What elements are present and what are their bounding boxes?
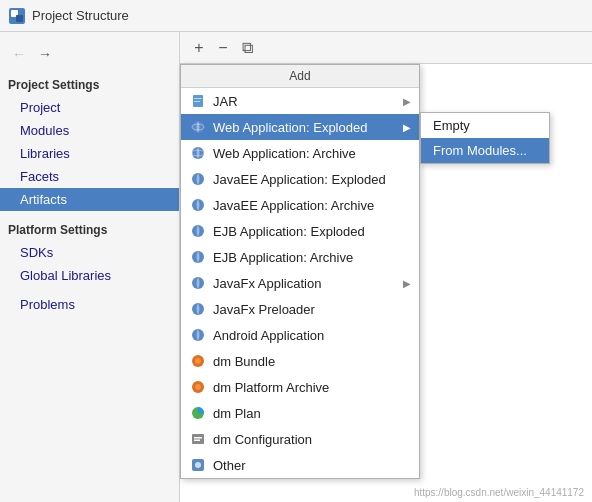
menu-item-javafx-preloader[interactable]: JavaFx Preloader [181, 296, 419, 322]
menu-item-dm-config[interactable]: dm Configuration [181, 426, 419, 452]
menu-item-web-archive[interactable]: Web Application: Archive [181, 140, 419, 166]
menu-item-javaee-archive-label: JavaEE Application: Archive [213, 198, 374, 213]
remove-button[interactable]: − [212, 37, 234, 59]
svg-rect-5 [194, 101, 200, 102]
menu-item-dm-plan-label: dm Plan [213, 406, 261, 421]
platform-settings-header: Platform Settings [0, 217, 179, 241]
menu-item-dm-bundle-label: dm Bundle [213, 354, 275, 369]
main-layout: ← → Project Settings Project Modules Lib… [0, 32, 592, 502]
menu-item-ejb-archive-label: EJB Application: Archive [213, 250, 353, 265]
submenu: Empty From Modules... [420, 112, 550, 164]
menu-item-javaee-exploded-label: JavaEE Application: Exploded [213, 172, 386, 187]
sidebar-item-global-libraries[interactable]: Global Libraries [0, 264, 179, 287]
menu-item-ejb-archive[interactable]: EJB Application: Archive [181, 244, 419, 270]
menu-item-dm-config-label: dm Configuration [213, 432, 312, 447]
javafx-app-icon [189, 274, 207, 292]
javafx-app-arrow: ▶ [403, 278, 411, 289]
dm-platform-icon [189, 378, 207, 396]
menu-item-ejb-exploded[interactable]: EJB Application: Exploded [181, 218, 419, 244]
ejb-exploded-icon [189, 222, 207, 240]
sidebar-item-sdks[interactable]: SDKs [0, 241, 179, 264]
svg-rect-22 [192, 434, 204, 444]
svg-rect-2 [16, 15, 23, 22]
svg-rect-24 [194, 440, 200, 442]
watermark: https://blog.csdn.net/weixin_44141172 [414, 487, 584, 498]
svg-point-18 [195, 358, 201, 364]
dm-config-icon [189, 430, 207, 448]
javafx-preloader-icon [189, 300, 207, 318]
project-settings-header: Project Settings [0, 72, 179, 96]
menu-item-android-app-label: Android Application [213, 328, 324, 343]
menu-item-javafx-preloader-label: JavaFx Preloader [213, 302, 315, 317]
menu-item-other-label: Other [213, 458, 246, 473]
menu-item-other[interactable]: Other [181, 452, 419, 478]
svg-point-26 [195, 462, 201, 468]
other-icon [189, 456, 207, 474]
dropdown-header: Add [181, 65, 419, 88]
sidebar: ← → Project Settings Project Modules Lib… [0, 32, 180, 502]
menu-item-ejb-exploded-label: EJB Application: Exploded [213, 224, 365, 239]
submenu-item-from-modules[interactable]: From Modules... [421, 138, 549, 163]
menu-item-jar[interactable]: JAR ▶ [181, 88, 419, 114]
app-icon [8, 7, 26, 25]
menu-item-web-exploded[interactable]: Web Application: Exploded ▶ [181, 114, 419, 140]
content-area: + − ⧉ Add JAR ▶ [180, 32, 592, 502]
menu-item-dm-plan[interactable]: dm Plan [181, 400, 419, 426]
nav-back-fwd: ← → [0, 40, 179, 72]
svg-rect-4 [194, 98, 202, 99]
jar-arrow: ▶ [403, 96, 411, 107]
android-app-icon [189, 326, 207, 344]
menu-item-dm-bundle[interactable]: dm Bundle [181, 348, 419, 374]
javaee-archive-icon [189, 196, 207, 214]
title-bar: Project Structure [0, 0, 592, 32]
svg-point-20 [195, 384, 201, 390]
menu-item-jar-label: JAR [213, 94, 238, 109]
menu-item-javafx-app[interactable]: JavaFx Application ▶ [181, 270, 419, 296]
nav-forward-button[interactable]: → [34, 44, 56, 64]
sidebar-item-modules[interactable]: Modules [0, 119, 179, 142]
submenu-item-empty[interactable]: Empty [421, 113, 549, 138]
menu-item-javafx-app-label: JavaFx Application [213, 276, 321, 291]
menu-item-javaee-exploded[interactable]: JavaEE Application: Exploded [181, 166, 419, 192]
title-bar-title: Project Structure [32, 8, 129, 23]
menu-item-web-archive-label: Web Application: Archive [213, 146, 356, 161]
copy-button[interactable]: ⧉ [236, 37, 258, 59]
jar-icon [189, 92, 207, 110]
dropdown-menu: Add JAR ▶ [180, 64, 420, 479]
web-exploded-arrow: ▶ [403, 122, 411, 133]
menu-item-dm-platform-label: dm Platform Archive [213, 380, 329, 395]
menu-item-android-app[interactable]: Android Application [181, 322, 419, 348]
web-archive-icon [189, 144, 207, 162]
toolbar: + − ⧉ [180, 32, 592, 64]
javaee-exploded-icon [189, 170, 207, 188]
dm-plan-icon [189, 404, 207, 422]
dm-bundle-icon [189, 352, 207, 370]
web-exploded-icon [189, 118, 207, 136]
menu-item-dm-platform[interactable]: dm Platform Archive [181, 374, 419, 400]
sidebar-item-artifacts[interactable]: Artifacts [0, 188, 179, 211]
svg-rect-23 [194, 437, 202, 439]
dropdown-overlay: Add JAR ▶ [180, 64, 420, 479]
menu-item-javaee-archive[interactable]: JavaEE Application: Archive [181, 192, 419, 218]
menu-item-web-exploded-label: Web Application: Exploded [213, 120, 367, 135]
sidebar-item-facets[interactable]: Facets [0, 165, 179, 188]
ejb-archive-icon [189, 248, 207, 266]
add-button[interactable]: + [188, 37, 210, 59]
sidebar-item-libraries[interactable]: Libraries [0, 142, 179, 165]
nav-back-button[interactable]: ← [8, 44, 30, 64]
sidebar-item-project[interactable]: Project [0, 96, 179, 119]
sidebar-item-problems[interactable]: Problems [0, 293, 179, 316]
